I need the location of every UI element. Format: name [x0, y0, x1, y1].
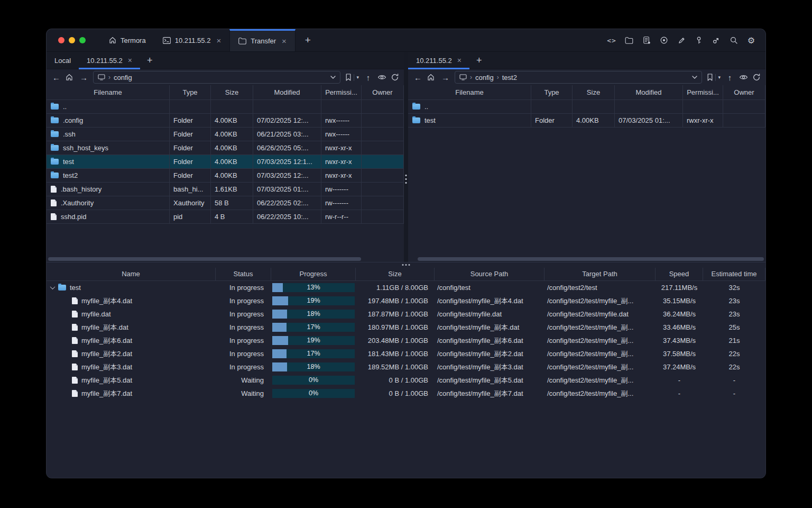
- column-header[interactable]: Type: [531, 85, 573, 100]
- horizontal-scrollbar[interactable]: [48, 257, 361, 261]
- home-button[interactable]: [66, 74, 75, 81]
- left-panel-tabs: Local × 10.211.55.2 ×: [47, 52, 140, 69]
- panel-tab[interactable]: 10.211.55.2 ×: [79, 52, 140, 69]
- forward-button[interactable]: →: [441, 73, 450, 82]
- column-header[interactable]: Filename: [408, 85, 531, 100]
- close-icon[interactable]: ×: [457, 57, 462, 64]
- transfer-target-path: /config/test2/test: [545, 281, 656, 294]
- folder-icon: [51, 117, 59, 123]
- column-header[interactable]: Estimated time: [703, 268, 765, 281]
- log-icon[interactable]: [642, 35, 651, 45]
- file-permissions: [321, 100, 362, 114]
- left-path-breadcrumb[interactable]: › config: [93, 71, 340, 84]
- chevron-down-icon[interactable]: [692, 76, 697, 79]
- transfer-row[interactable]: myfile_副本2.dat In progress 17% 181.43MB …: [47, 347, 765, 360]
- new-tab-button[interactable]: +: [296, 29, 320, 51]
- column-header[interactable]: Progress: [271, 268, 356, 281]
- panel-tab[interactable]: 10.211.55.2 ×: [408, 52, 469, 69]
- transfer-row[interactable]: myfile_副本4.dat In progress 19% 197.48MB …: [47, 294, 765, 307]
- transfer-row[interactable]: myfile_副本7.dat Waiting 0% 0 B / 1.00GB /…: [47, 387, 765, 400]
- column-header[interactable]: Type: [170, 85, 211, 100]
- bookmark-dropdown-icon[interactable]: ▾: [718, 75, 721, 80]
- key-icon[interactable]: [694, 35, 704, 45]
- file-row[interactable]: .config Folder 4.00KB 07/02/2025 12:... …: [47, 114, 404, 128]
- back-button[interactable]: ←: [413, 73, 422, 82]
- column-header[interactable]: Speed: [656, 268, 703, 281]
- file-type: Folder: [170, 114, 211, 128]
- titlebar-tab-termora[interactable]: Termora: [100, 29, 154, 51]
- file-row[interactable]: test Folder 4.00KB 07/03/2025 12:1... rw…: [47, 155, 404, 169]
- bookmark-icon[interactable]: [345, 74, 352, 81]
- bookmark-dropdown-icon[interactable]: ▾: [356, 75, 359, 80]
- collapse-chevron-icon[interactable]: [50, 284, 56, 289]
- horizontal-splitter[interactable]: [47, 262, 765, 268]
- column-header[interactable]: Target Path: [545, 268, 656, 281]
- column-header[interactable]: Size: [211, 85, 253, 100]
- refresh-icon[interactable]: [391, 74, 399, 81]
- transfer-row[interactable]: myfile.dat In progress 18% 187.87MB / 1.…: [47, 307, 765, 321]
- column-header[interactable]: Size: [356, 268, 435, 281]
- right-table-header: FilenameTypeSizeModifiedPermissi...Owner: [408, 85, 765, 100]
- vertical-splitter[interactable]: [404, 52, 408, 262]
- file-row[interactable]: .ssh Folder 4.00KB 06/21/2025 03:... rwx…: [47, 128, 404, 141]
- close-icon[interactable]: ×: [128, 57, 132, 64]
- back-button[interactable]: ←: [52, 73, 61, 82]
- transfer-row[interactable]: myfile_副本3.dat In progress 18% 189.52MB …: [47, 360, 765, 374]
- chevron-down-icon[interactable]: [330, 76, 336, 79]
- bookmark-icon[interactable]: [707, 74, 713, 81]
- panel-tab[interactable]: Local ×: [47, 52, 79, 69]
- zoom-window-button[interactable]: [79, 37, 86, 43]
- column-header[interactable]: Modified: [253, 85, 321, 100]
- column-header[interactable]: Source Path: [435, 268, 545, 281]
- file-row[interactable]: ..: [408, 100, 765, 114]
- breadcrumb-segment[interactable]: test2: [502, 74, 517, 81]
- new-panel-tab-button[interactable]: +: [469, 52, 489, 69]
- close-window-button[interactable]: [58, 37, 64, 43]
- file-row[interactable]: ..: [47, 100, 404, 114]
- code-icon[interactable]: <>: [607, 35, 616, 45]
- file-row[interactable]: .Xauthority Xauthority 58 B 06/22/2025 0…: [47, 196, 404, 210]
- new-panel-tab-button[interactable]: +: [140, 52, 160, 69]
- show-hidden-icon[interactable]: [377, 74, 386, 80]
- edit-icon[interactable]: [677, 35, 686, 45]
- file-row[interactable]: sshd.pid pid 4 B 06/22/2025 10:... rw-r-…: [47, 210, 404, 224]
- file-row[interactable]: test2 Folder 4.00KB 07/03/2025 12:... rw…: [47, 169, 404, 183]
- progress-label: 19%: [272, 336, 355, 345]
- keychain-icon[interactable]: [712, 35, 721, 45]
- column-header[interactable]: Owner: [362, 85, 404, 100]
- file-row[interactable]: test Folder 4.00KB 07/03/2025 01:... rwx…: [408, 114, 765, 128]
- right-path-breadcrumb[interactable]: › config › test2: [455, 71, 702, 84]
- close-icon[interactable]: ×: [282, 37, 287, 45]
- breadcrumb-segment[interactable]: config: [475, 74, 494, 81]
- settings-icon[interactable]: ⚙: [746, 35, 756, 45]
- file-row[interactable]: ssh_host_keys Folder 4.00KB 06/26/2025 0…: [47, 141, 404, 155]
- titlebar-tab-host[interactable]: 10.211.55.2 ×: [154, 29, 229, 51]
- search-icon[interactable]: [729, 35, 739, 45]
- horizontal-scrollbar[interactable]: [418, 257, 764, 261]
- column-header[interactable]: Status: [216, 268, 271, 281]
- breadcrumb-segment[interactable]: config: [114, 74, 132, 81]
- forward-button[interactable]: →: [79, 73, 88, 82]
- transfer-row[interactable]: myfile_副本5.dat Waiting 0% 0 B / 1.00GB /…: [47, 374, 765, 387]
- minimize-window-button[interactable]: [69, 37, 75, 43]
- show-hidden-icon[interactable]: [739, 74, 748, 80]
- transfer-row[interactable]: test In progress 13% 1.11GB / 8.00GB /co…: [47, 281, 765, 294]
- column-header[interactable]: Filename: [47, 85, 170, 100]
- column-header[interactable]: Permissi...: [683, 85, 723, 100]
- transfer-row[interactable]: myfile_副本.dat In progress 17% 180.97MB /…: [47, 321, 765, 334]
- column-header[interactable]: Size: [573, 85, 615, 100]
- titlebar-tab-transfer[interactable]: Transfer ×: [229, 29, 296, 51]
- transfer-row[interactable]: myfile_副本6.dat In progress 19% 203.48MB …: [47, 334, 765, 347]
- upload-button[interactable]: ↑: [364, 73, 373, 82]
- home-button[interactable]: [427, 74, 436, 81]
- column-header[interactable]: Permissi...: [321, 85, 362, 100]
- refresh-icon[interactable]: [753, 74, 760, 81]
- column-header[interactable]: Name: [47, 268, 216, 281]
- record-icon[interactable]: [659, 35, 669, 45]
- folder-icon[interactable]: [624, 35, 634, 45]
- upload-button[interactable]: ↑: [725, 73, 734, 82]
- column-header[interactable]: Modified: [615, 85, 683, 100]
- close-icon[interactable]: ×: [216, 37, 221, 44]
- file-row[interactable]: .bash_history bash_hi... 1.61KB 07/03/20…: [47, 183, 404, 196]
- column-header[interactable]: Owner: [723, 85, 765, 100]
